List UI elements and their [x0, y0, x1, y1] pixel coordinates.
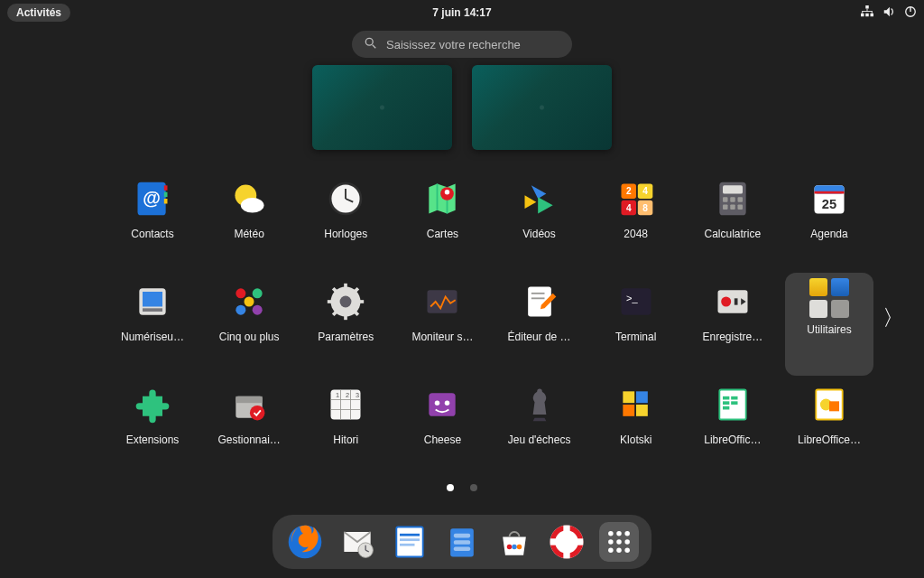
app-label: Cartes: [427, 228, 458, 240]
svg-rect-13: [164, 185, 168, 191]
app-hitori[interactable]: 123Hitori: [301, 376, 390, 479]
app-label: Terminal: [615, 331, 656, 343]
svg-point-123: [608, 539, 614, 545]
search-bar[interactable]: Saisissez votre recherche: [352, 31, 572, 58]
svg-point-112: [507, 545, 513, 550]
app-label: LibreOffice…: [798, 434, 861, 446]
search-icon: [365, 37, 377, 52]
app-label: Klotski: [620, 434, 651, 446]
svg-rect-89: [623, 405, 634, 416]
app-label: Paramètres: [318, 331, 374, 343]
svg-point-54: [340, 296, 352, 308]
svg-rect-14: [164, 192, 168, 198]
app-contacts[interactable]: @Contacts: [108, 170, 197, 273]
svg-rect-9: [910, 6, 910, 11]
dash-show-apps[interactable]: [599, 522, 639, 562]
svg-line-11: [373, 44, 376, 48]
svg-point-126: [608, 547, 614, 553]
app-label: Jeu d'échecs: [508, 434, 571, 446]
app-klotski[interactable]: Klotski: [592, 376, 680, 479]
app-monitor[interactable]: Moniteur s…: [398, 273, 486, 376]
app-label: Cinq ou plus: [219, 331, 280, 343]
app-maps[interactable]: Cartes: [398, 170, 486, 273]
svg-text:2: 2: [346, 391, 349, 399]
svg-rect-2: [865, 13, 869, 16]
dash-firefox[interactable]: [285, 522, 325, 562]
svg-text:4: 4: [626, 203, 632, 213]
svg-point-49: [253, 288, 263, 298]
svg-rect-7: [872, 11, 873, 14]
dash-writer[interactable]: [390, 522, 430, 562]
svg-rect-109: [454, 534, 470, 538]
svg-rect-58: [357, 300, 364, 303]
svg-point-70: [721, 297, 731, 307]
app-cheese[interactable]: Cheese: [398, 376, 486, 479]
app-recorder[interactable]: Enregistre…: [688, 273, 777, 376]
svg-rect-88: [636, 391, 648, 403]
app-videos[interactable]: Vidéos: [495, 170, 584, 273]
page-indicator: [447, 484, 477, 491]
app-libreoffice-draw[interactable]: LibreOffice…: [785, 376, 873, 479]
svg-point-74: [250, 406, 265, 421]
app-extensions[interactable]: Extensions: [108, 376, 197, 479]
svg-rect-90: [636, 405, 648, 416]
app-scanner[interactable]: Numériseu…: [108, 273, 197, 376]
svg-point-121: [616, 531, 622, 536]
app-2048[interactable]: 24482048: [592, 170, 680, 273]
app-label: Vidéos: [522, 228, 555, 240]
svg-text:>_: >_: [626, 293, 638, 303]
app-calculator[interactable]: Calculatrice: [688, 170, 777, 273]
svg-point-124: [616, 539, 622, 545]
app-label: Enregistre…: [702, 331, 762, 343]
app-editor[interactable]: Éditeur de …: [495, 273, 584, 376]
svg-rect-37: [737, 197, 743, 202]
app-folder-utilities[interactable]: Utilitaires: [785, 273, 873, 376]
app-calendar[interactable]: 25Agenda: [785, 170, 873, 273]
app-software[interactable]: Gestionnai…: [205, 376, 293, 479]
dash-software-center[interactable]: [494, 522, 534, 562]
app-label: Contacts: [131, 228, 173, 240]
app-label: Éditeur de …: [508, 331, 571, 343]
svg-rect-105: [400, 534, 420, 536]
svg-rect-71: [735, 298, 738, 304]
svg-point-24: [445, 190, 450, 195]
app-libreoffice-calc[interactable]: LibreOffic…: [688, 376, 777, 479]
workspace-thumbnail-2[interactable]: [472, 65, 612, 150]
svg-text:8: 8: [642, 203, 648, 213]
dash-help[interactable]: [547, 522, 587, 562]
svg-rect-39: [730, 204, 735, 210]
top-bar: Activités 7 juin 14:17: [0, 0, 924, 25]
svg-rect-107: [400, 544, 415, 546]
app-label: Utilitaires: [807, 323, 851, 336]
dash: [273, 515, 651, 569]
svg-rect-111: [454, 547, 470, 552]
svg-point-10: [365, 38, 373, 45]
app-chess[interactable]: Jeu d'échecs: [495, 376, 584, 479]
svg-rect-57: [328, 300, 334, 303]
page-dot-1[interactable]: [447, 484, 454, 491]
app-label: Hitori: [333, 434, 358, 446]
app-label: Gestionnai…: [217, 434, 280, 446]
svg-rect-38: [723, 204, 728, 210]
app-clocks[interactable]: Horloges: [301, 170, 390, 273]
dash-evolution[interactable]: [337, 522, 377, 562]
page-next-button[interactable]: 〉: [882, 303, 904, 332]
svg-point-86: [537, 389, 542, 395]
svg-rect-40: [737, 204, 743, 210]
app-terminal[interactable]: >_Terminal: [592, 273, 680, 376]
app-settings[interactable]: Paramètres: [301, 273, 390, 376]
system-tray[interactable]: [861, 5, 917, 21]
clock-label[interactable]: 7 juin 14:17: [432, 6, 491, 19]
svg-point-128: [624, 547, 630, 553]
activities-button[interactable]: Activités: [7, 4, 70, 22]
app-fiveormore[interactable]: Cinq ou plus: [205, 273, 293, 376]
dash-files[interactable]: [442, 522, 482, 562]
app-weather[interactable]: Météo: [205, 170, 293, 273]
page-dot-2[interactable]: [470, 484, 477, 491]
network-icon: [861, 5, 873, 21]
svg-text:@: @: [143, 188, 161, 208]
svg-rect-15: [164, 199, 168, 204]
svg-rect-118: [550, 538, 559, 545]
workspace-thumbnail-1[interactable]: [312, 65, 452, 150]
app-label: Cheese: [424, 434, 461, 446]
